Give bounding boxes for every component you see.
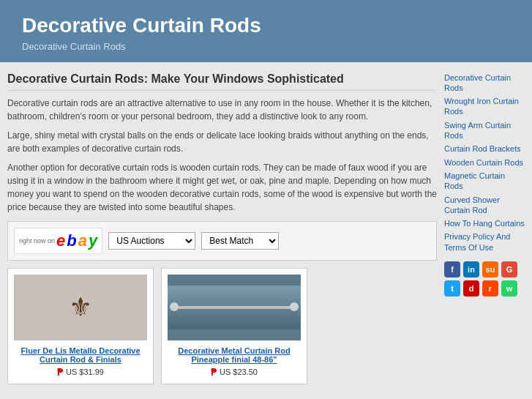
sidebar-item-wrought-iron[interactable]: Wrought Iron Curtain Rods: [444, 96, 525, 117]
sidebar-item-brackets[interactable]: Curtain Rod Brackets: [444, 143, 525, 154]
rod-visual: [168, 286, 301, 329]
product-price-1: ₱ US $31.99: [14, 367, 147, 378]
facebook-icon[interactable]: f: [444, 261, 460, 277]
product-title-1[interactable]: Fluer De Lis Metallo Decorative Curtain …: [14, 346, 147, 364]
sidebar-item-privacy[interactable]: Privacy Policy And Terms Of Use: [444, 231, 525, 253]
product-image-2: [168, 275, 301, 340]
sidebar-item-decorative[interactable]: Decorative Curtain Rods: [444, 72, 525, 94]
sidebar: Decorative Curtain Rods Wrought Iron Cur…: [444, 72, 525, 384]
product-card-1: ⚜ Fluer De Lis Metallo Decorative Curtai…: [7, 268, 154, 384]
sidebar-link-wrought-iron[interactable]: Wrought Iron Curtain Rods: [444, 96, 525, 117]
linkedin-icon[interactable]: in: [463, 261, 479, 277]
product-price-text-1: US $31.99: [66, 368, 104, 376]
sidebar-item-curved[interactable]: Curved Shower Curtain Rod: [444, 195, 525, 216]
product-image-1: ⚜: [14, 275, 147, 340]
twitter-icon[interactable]: t: [444, 280, 460, 297]
sidebar-item-swing-arm[interactable]: Swing Arm Curtain Rods: [444, 120, 525, 141]
social-icons: f in su G t d r w: [444, 261, 525, 297]
sidebar-item-magnetic[interactable]: Magnetic Curtain Rods: [444, 171, 525, 192]
main-content: Decorative Curtain Rods: Make Your Windo…: [7, 72, 437, 384]
site-title: Decorative Curtain Rods: [22, 13, 510, 38]
article-paragraph-2: Large, shiny metal with crystal balls on…: [7, 129, 437, 155]
sidebar-link-swing-arm[interactable]: Swing Arm Curtain Rods: [444, 120, 525, 141]
ebay-logo: right now on ebay: [14, 228, 102, 254]
sidebar-link-magnetic[interactable]: Magnetic Curtain Rods: [444, 171, 525, 192]
product-title-2[interactable]: Decorative Metal Curtain Rod Pineapple f…: [168, 346, 301, 364]
stumbleupon-icon[interactable]: su: [482, 261, 498, 277]
ebay-auction-select[interactable]: US Auctions UK Auctions Global Auctions: [108, 232, 195, 250]
article-body: Decorative curtain rods are an attractiv…: [7, 97, 437, 214]
ebay-widget: right now on ebay US Auctions UK Auction…: [7, 221, 437, 261]
sidebar-link-wooden[interactable]: Wooden Curtain Rods: [444, 157, 525, 168]
product-price-text-2: US $23.50: [220, 368, 258, 376]
sidebar-link-decorative[interactable]: Decorative Curtain Rods: [444, 72, 525, 94]
ebay-label: right now on: [19, 237, 55, 245]
article-title: Decorative Curtain Rods: Make Your Windo…: [7, 72, 437, 91]
article-paragraph-3: Another option for decorative curtain ro…: [7, 161, 437, 214]
sidebar-nav: Decorative Curtain Rods Wrought Iron Cur…: [444, 72, 525, 253]
article-paragraph-1: Decorative curtain rods are an attractiv…: [7, 97, 437, 123]
site-header: Decorative Curtain Rods Decorative Curta…: [0, 0, 532, 62]
reddit-icon[interactable]: r: [482, 280, 498, 297]
sidebar-link-hang[interactable]: How To Hang Curtains: [444, 218, 525, 228]
sidebar-item-wooden[interactable]: Wooden Curtain Rods: [444, 157, 525, 168]
google-icon[interactable]: G: [501, 261, 517, 277]
sidebar-link-curved[interactable]: Curved Shower Curtain Rod: [444, 195, 525, 216]
fleur-icon: ⚜: [69, 294, 92, 321]
product-price-2: ₱ US $23.50: [168, 367, 301, 378]
site-subtitle: Decorative Curtain Rods: [22, 41, 510, 52]
product-card-2: Decorative Metal Curtain Rod Pineapple f…: [161, 268, 307, 384]
sidebar-link-brackets[interactable]: Curtain Rod Brackets: [444, 143, 525, 154]
digg-icon[interactable]: d: [463, 280, 479, 297]
product-grid: ⚜ Fluer De Lis Metallo Decorative Curtai…: [7, 268, 437, 384]
sidebar-item-hang[interactable]: How To Hang Curtains: [444, 218, 525, 228]
whatsapp-icon[interactable]: w: [501, 280, 517, 297]
sidebar-link-privacy[interactable]: Privacy Policy And Terms Of Use: [444, 231, 525, 253]
ebay-sort-select[interactable]: Best Match Lowest Price Highest Price: [201, 232, 279, 250]
